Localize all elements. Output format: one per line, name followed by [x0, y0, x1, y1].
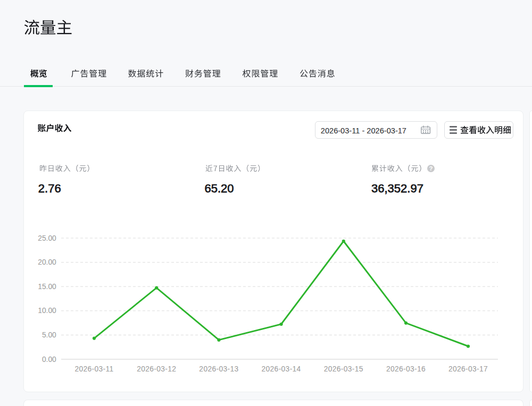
svg-text:2.76: 2.76 — [38, 182, 61, 195]
svg-text:?: ? — [429, 165, 433, 172]
svg-text:36,352.97: 36,352.97 — [371, 182, 423, 195]
svg-text:2026-03-13: 2026-03-13 — [199, 365, 238, 373]
svg-text:65.20: 65.20 — [205, 182, 234, 195]
svg-text:2026-03-16: 2026-03-16 — [386, 365, 426, 373]
svg-text:5.00: 5.00 — [42, 331, 56, 339]
svg-text:20.00: 20.00 — [38, 258, 56, 266]
svg-text:15.00: 15.00 — [38, 283, 56, 291]
svg-text:0.00: 0.00 — [42, 356, 56, 363]
svg-text:2026-03-15: 2026-03-15 — [324, 365, 363, 373]
svg-text:2026-03-11: 2026-03-11 — [74, 365, 113, 373]
svg-text:2026-03-17: 2026-03-17 — [448, 365, 488, 373]
svg-text:2026-03-12: 2026-03-12 — [137, 365, 176, 373]
svg-text:10.00: 10.00 — [38, 307, 56, 315]
svg-text:25.00: 25.00 — [38, 234, 56, 242]
svg-text:2026-03-11 - 2026-03-17: 2026-03-11 - 2026-03-17 — [321, 126, 406, 135]
svg-text:2026-03-14: 2026-03-14 — [262, 365, 301, 373]
